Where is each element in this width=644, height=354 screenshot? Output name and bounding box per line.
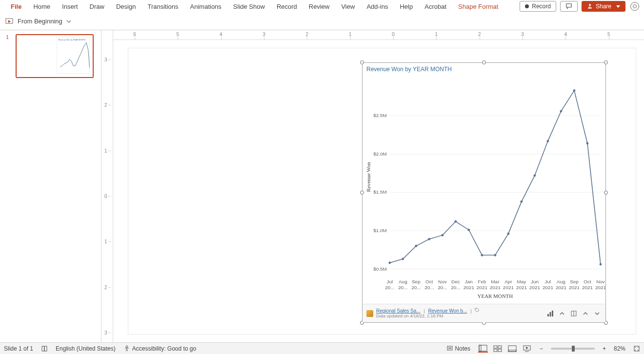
notes-label: Notes	[455, 345, 470, 352]
user-avatar[interactable]	[630, 2, 639, 11]
chevron-up-icon-2[interactable]	[581, 309, 590, 318]
comments-button[interactable]	[560, 1, 578, 12]
chart-footer-bar: Regional Sales Sa... | Revenue Won b... …	[362, 304, 605, 322]
tab-insert[interactable]: Insert	[56, 1, 84, 12]
tab-acrobat[interactable]: Acrobat	[419, 1, 452, 12]
svg-point-25	[521, 200, 523, 203]
svg-text:$2.5M: $2.5M	[373, 113, 387, 118]
svg-text:Nov: Nov	[596, 279, 605, 284]
svg-rect-83	[508, 350, 516, 352]
svg-text:$1.5M: $1.5M	[373, 189, 387, 195]
tab-home[interactable]: Home	[27, 1, 56, 12]
svg-rect-82	[508, 346, 516, 352]
svg-text:2021: 2021	[503, 285, 514, 290]
svg-text:20...: 20...	[385, 285, 394, 290]
svg-text:2021: 2021	[477, 285, 488, 290]
status-slide-count: Slide 1 of 1	[4, 345, 33, 352]
svg-point-19	[441, 234, 443, 236]
ribbon-tabs: File Home Insert Draw Design Transitions…	[0, 0, 644, 13]
svg-point-22	[481, 254, 483, 256]
svg-text:2021: 2021	[595, 285, 605, 290]
svg-text:2021: 2021	[556, 285, 567, 290]
qat-dropdown-icon[interactable]	[66, 19, 71, 24]
svg-point-29	[573, 89, 576, 92]
svg-point-26	[534, 175, 536, 177]
share-button-label: Share	[596, 3, 611, 10]
spellcheck-button[interactable]	[41, 345, 48, 352]
svg-text:Revenue Won by YEAR MONTH: Revenue Won by YEAR MONTH	[59, 39, 86, 41]
svg-text:2021: 2021	[529, 285, 541, 290]
zoom-slider-knob[interactable]	[572, 346, 575, 352]
chart-svg: $0.5M$1.0M$1.5M$2.0M$2.5MRevenue WonJul2…	[362, 74, 605, 304]
svg-text:Revenue Won: Revenue Won	[365, 162, 371, 192]
svg-text:Nov: Nov	[438, 279, 447, 284]
svg-point-23	[494, 254, 497, 256]
chart-visual-link[interactable]: Revenue Won b...	[428, 308, 467, 314]
svg-text:Oct: Oct	[425, 279, 433, 284]
zoom-level[interactable]: 82%	[614, 345, 625, 352]
svg-point-18	[428, 238, 430, 240]
status-language[interactable]: English (United States)	[56, 345, 116, 352]
tab-addins[interactable]: Add-ins	[361, 1, 394, 12]
chart-title: Revenue Won by YEAR MONTH	[362, 63, 605, 73]
svg-text:20...: 20...	[451, 285, 460, 290]
record-button[interactable]: Record	[520, 1, 556, 12]
svg-text:$0.5M: $0.5M	[373, 266, 387, 272]
tab-design[interactable]: Design	[110, 1, 141, 12]
slide-edit-area: 3210123 6543210123456 Revenue Won by YEA…	[101, 30, 644, 342]
slideshow-view-button[interactable]	[522, 345, 532, 353]
svg-text:20...: 20...	[411, 285, 421, 290]
svg-point-24	[507, 233, 510, 235]
svg-text:$2.0M: $2.0M	[373, 151, 387, 157]
notes-button[interactable]: Notes	[446, 345, 470, 352]
tag-icon	[475, 308, 480, 313]
svg-point-28	[560, 110, 563, 113]
zoom-slider[interactable]	[551, 348, 595, 350]
accessibility-button[interactable]: Accessibility: Good to go	[123, 345, 196, 352]
resize-handle-tm[interactable]	[482, 60, 486, 64]
chevron-up-icon-1[interactable]	[558, 309, 566, 318]
tab-file[interactable]: File	[5, 1, 27, 12]
from-beginning-button[interactable]	[5, 17, 14, 26]
view-mode-switcher	[478, 345, 532, 353]
chart-report-link[interactable]: Regional Sales Sa...	[376, 308, 421, 314]
resize-handle-tr[interactable]	[604, 60, 608, 64]
svg-point-27	[547, 140, 549, 142]
tab-view[interactable]: View	[335, 1, 361, 12]
slide-thumbnail-1[interactable]: 1 Revenue Won by YEAR MONTH	[6, 34, 95, 78]
tab-shape-format[interactable]: Shape Format	[452, 1, 504, 12]
tab-review[interactable]: Review	[303, 1, 336, 12]
chevron-down-icon[interactable]	[593, 309, 602, 318]
fit-to-window-button[interactable]	[633, 345, 640, 352]
zoom-out-button[interactable]: −	[540, 345, 543, 352]
app-body: 1 Revenue Won by YEAR MONTH 3210123 6543…	[0, 30, 644, 342]
svg-text:2021: 2021	[569, 285, 580, 290]
filter-icon[interactable]	[569, 309, 578, 318]
tab-transitions[interactable]: Transitions	[141, 1, 184, 12]
thumbnail-pane[interactable]: 1 Revenue Won by YEAR MONTH	[0, 30, 101, 342]
zoom-in-button[interactable]: +	[603, 345, 606, 352]
share-button[interactable]: Share	[582, 1, 625, 12]
normal-view-button[interactable]	[478, 345, 488, 353]
tab-record[interactable]: Record	[271, 1, 303, 12]
svg-text:2021: 2021	[516, 285, 527, 290]
tab-animations[interactable]: Animations	[184, 1, 227, 12]
slide-canvas-wrap[interactable]: Revenue Won by YEAR MONTH $0.5M$1.0M$1.5…	[113, 40, 644, 342]
svg-text:Apr: Apr	[504, 279, 512, 284]
reading-view-button[interactable]	[507, 345, 517, 353]
tab-help[interactable]: Help	[394, 1, 419, 12]
svg-text:Oct: Oct	[584, 279, 591, 284]
chart-data-icon[interactable]	[546, 309, 555, 318]
chart-plot-area: $0.5M$1.0M$1.5M$2.0M$2.5MRevenue WonJul2…	[362, 74, 605, 304]
tab-slideshow[interactable]: Slide Show	[227, 1, 271, 12]
resize-handle-tl[interactable]	[360, 60, 364, 64]
powerbi-chart-object[interactable]: Revenue Won by YEAR MONTH $0.5M$1.0M$1.5…	[362, 62, 606, 323]
svg-text:YEAR MONTH: YEAR MONTH	[478, 293, 513, 299]
tab-draw[interactable]: Draw	[84, 1, 110, 12]
svg-rect-2	[57, 38, 90, 74]
slide-sorter-view-button[interactable]	[493, 345, 503, 353]
fit-icon	[633, 345, 640, 352]
svg-rect-68	[550, 312, 551, 316]
slide-canvas[interactable]: Revenue Won by YEAR MONTH $0.5M$1.0M$1.5…	[128, 48, 636, 334]
svg-point-20	[454, 220, 457, 223]
